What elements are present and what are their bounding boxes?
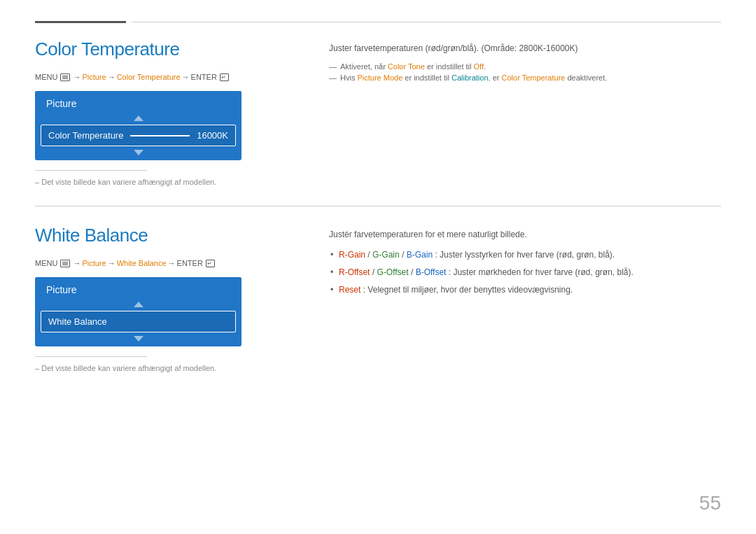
note-text-2: Det viste billede kan variere afhængigt … [41,364,216,372]
menu-icon-2 [60,260,70,267]
page-number: 55 [699,492,721,514]
picture-box-1-header: Picture [35,91,241,113]
off-highlight: Off [474,62,484,71]
b-offset-label: B-Offset [416,267,447,277]
enter-icon [220,73,229,81]
section1-left: Color Temperature MENU → Picture → Color… [35,38,294,186]
picture-link: Picture [82,73,106,81]
picture-box-2-row: White Balance [41,311,236,332]
section-white-balance: White Balance MENU → Picture → White Bal… [35,225,721,372]
menu-label: MENU [35,73,57,81]
arrow1: → [73,73,80,81]
g-offset-label: G-Offset [377,267,408,277]
picture-mode-highlight: Picture Mode [357,73,402,82]
section1-title: Color Temperature [35,38,294,60]
picture-box-1: Picture Color Temperature 16000K [35,91,241,160]
b-gain-label: B-Gain [407,250,433,260]
menu-icon [60,73,70,81]
svg-marker-2 [134,302,144,307]
note-dash-1: – [35,178,41,186]
top-line-long [132,22,721,22]
svg-marker-1 [134,150,144,155]
color-tone-highlight: Color Tone [388,62,425,71]
arrow-down-2 [35,332,241,346]
arrow2: → [108,73,115,81]
svg-marker-0 [134,115,144,121]
bottom-note-line-2 [35,356,147,357]
enter-label: ENTER [191,73,217,81]
g-gain-label: G-Gain [372,250,400,260]
picture-box-2-label: White Balance [48,316,107,327]
wb-link: White Balance [117,259,167,267]
section1-intro: Juster farvetemperaturen (rød/grøn/blå).… [329,42,721,55]
list-item-reset: Reset : Velegnet til miljøer, hvor der b… [329,283,721,296]
top-decorative-lines [35,21,721,23]
section1-bullet1-text: Aktiveret, når Color Tone er indstillet … [340,62,486,71]
r-offset-label: R-Offset [339,267,370,277]
picture-box-1-row: Color Temperature 16000K [41,125,236,146]
menu-label-2: MENU [35,259,57,267]
list-item-offsets: R-Offset / G-Offset / B-Offset : Juster … [329,266,721,279]
picture-link-2: Picture [82,259,106,267]
section2-menu-path: MENU → Picture → White Balance → ENTER [35,259,294,267]
r-gain-label: R-Gain [339,250,365,260]
page-container: Color Temperature MENU → Picture → Color… [0,0,756,534]
gains-text: : Juster lysstyrken for hver farve (rød,… [435,250,615,260]
section1-menu-path: MENU → Picture → Color Temperature → ENT… [35,73,294,81]
slash2-offsets: / [411,267,416,277]
picture-box-1-value: 16000K [197,130,228,141]
list-item-gains: R-Gain / G-Gain / B-Gain : Juster lyssty… [329,248,721,261]
section2-left: White Balance MENU → Picture → White Bal… [35,225,294,372]
section-divider [35,206,721,206]
enter-icon-2 [206,260,215,267]
section2-right: Justér farvetemperaturen for et mere nat… [294,225,721,372]
section2-list: R-Gain / G-Gain / B-Gain : Juster lyssty… [329,248,721,296]
color-temp-link: Color Temperature [117,73,181,81]
arrow-up-1 [35,113,241,125]
note-dash-2: – [35,364,41,372]
top-line-short [35,21,126,23]
slash2-gains: / [402,250,407,260]
picture-box-2-header: Picture [35,277,241,300]
section2-intro: Justér farvetemperaturen for et mere nat… [329,228,721,241]
arrow3: → [182,73,190,81]
section2-note: – Det viste billede kan variere afhængig… [35,364,294,372]
section2-title: White Balance [35,225,294,246]
section1-bullet2: — Hvis Picture Mode er indstillet til Ca… [329,73,721,82]
calibration-highlight: Calibration [451,73,489,82]
section1-note: – Det viste billede kan variere afhængig… [35,178,294,186]
arrow2-2: → [108,259,115,267]
offsets-text: : Juster mørkheden for hver farve (rød, … [449,267,634,277]
section1-right: Juster farvetemperaturen (rød/grøn/blå).… [294,38,721,186]
section1-bullet2-text: Hvis Picture Mode er indstillet til Cali… [340,73,607,82]
bottom-note-line-1 [35,170,147,171]
slider-track-1 [130,135,190,136]
note-text-1: Det viste billede kan variere afhængigt … [41,178,216,186]
svg-marker-3 [134,336,144,342]
reset-label: Reset [339,285,360,295]
arrow1-2: → [73,259,80,267]
picture-box-2: Picture White Balance [35,277,241,346]
section-color-temperature: Color Temperature MENU → Picture → Color… [35,38,721,186]
arrow-up-2 [35,300,241,311]
section1-bullet1: — Aktiveret, når Color Tone er indstille… [329,62,721,71]
enter-label-2: ENTER [177,259,203,267]
color-temp-highlight: Color Temperature [502,73,566,82]
arrow-down-1 [35,146,241,160]
picture-box-1-label: Color Temperature [48,130,123,141]
reset-text: : Velegnet til miljøer, hvor der benytte… [363,285,573,295]
arrow3-2: → [168,259,176,267]
